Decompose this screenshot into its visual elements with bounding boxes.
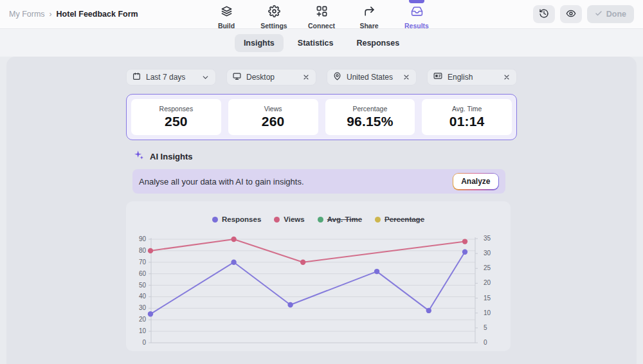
done-label: Done	[606, 10, 626, 19]
language-filter[interactable]: English	[427, 69, 517, 86]
tab-statistics[interactable]: Statistics	[289, 34, 343, 52]
legend-dot	[274, 217, 280, 223]
stat-value: 01:14	[449, 114, 485, 129]
ai-insights-header: AI Insights	[134, 150, 517, 163]
check-icon	[595, 10, 602, 19]
page-background: Last 7 days Desktop	[0, 57, 643, 364]
svg-text:40: 40	[139, 293, 147, 300]
svg-text:80: 80	[139, 247, 147, 254]
svg-text:5: 5	[484, 324, 487, 331]
legend-label: Views	[284, 215, 304, 223]
done-button[interactable]: Done	[587, 5, 634, 23]
date-range-filter[interactable]: Last 7 days	[126, 69, 216, 86]
svg-text:10: 10	[139, 327, 147, 334]
svg-text:20: 20	[484, 279, 491, 286]
legend-dot	[212, 217, 218, 223]
tab-responses[interactable]: Responses	[347, 34, 408, 52]
stat-value: 96.15%	[347, 114, 393, 129]
calendar-icon	[132, 71, 141, 83]
filter-label: English	[448, 73, 498, 82]
svg-text:15: 15	[484, 295, 491, 302]
close-icon[interactable]	[403, 73, 410, 81]
stat-value: 250	[165, 114, 188, 129]
device-filter[interactable]: Desktop	[226, 69, 316, 86]
close-icon[interactable]	[503, 73, 511, 81]
monitor-icon	[233, 71, 241, 83]
page-title: Hotel Feedback Form	[57, 10, 138, 19]
stat-card-views: Views 260	[228, 99, 318, 135]
stat-label: Views	[264, 105, 282, 113]
active-nav-indicator	[409, 0, 424, 3]
chevron-down-icon[interactable]	[201, 73, 210, 82]
legend-item-views[interactable]: Views	[274, 215, 304, 223]
ai-banner-text: Analyse all your data with AI to gain in…	[139, 177, 453, 187]
filter-label: Last 7 days	[146, 73, 196, 82]
insights-chart-card: Responses Views Avg. Time Percentage	[126, 201, 511, 351]
svg-text:30: 30	[484, 250, 491, 257]
top-bar: My Forms › Hotel Feedback Form Build Set…	[0, 0, 643, 29]
svg-text:20: 20	[139, 316, 147, 323]
line-chart: 010203040506070809005101520253035	[126, 201, 511, 351]
stat-label: Responses	[159, 105, 194, 113]
breadcrumb-my-forms[interactable]: My Forms	[9, 10, 45, 19]
nav-item-connect[interactable]: Connect	[305, 0, 338, 29]
svg-text:35: 35	[484, 235, 491, 242]
location-pin-icon	[333, 71, 341, 83]
breadcrumb: My Forms › Hotel Feedback Form	[9, 10, 138, 19]
svg-text:0: 0	[484, 339, 487, 346]
svg-text:60: 60	[139, 270, 147, 277]
stats-summary: Responses 250 Views 260 Percentage 96.15…	[126, 94, 517, 140]
svg-text:0: 0	[142, 339, 146, 346]
preview-button[interactable]	[560, 5, 582, 23]
analyze-button[interactable]: Analyze	[453, 174, 498, 189]
legend-dot	[375, 217, 381, 223]
nav-label: Settings	[260, 22, 287, 30]
svg-text:30: 30	[139, 304, 147, 311]
close-icon[interactable]	[302, 73, 310, 81]
header-actions: Done	[533, 5, 634, 23]
ai-banner: Analyse all your data with AI to gain in…	[132, 169, 505, 194]
history-icon	[539, 8, 549, 21]
nav-label: Build	[218, 22, 235, 30]
top-nav: Build Settings Connect Share Results	[210, 0, 433, 29]
svg-text:70: 70	[139, 259, 147, 266]
nav-label: Connect	[308, 22, 335, 30]
svg-text:90: 90	[139, 235, 147, 242]
insights-panel: Last 7 days Desktop	[6, 57, 637, 364]
filter-label: United States	[347, 73, 397, 82]
language-card-icon	[433, 71, 442, 83]
tab-insights[interactable]: Insights	[235, 34, 284, 52]
legend-item-responses[interactable]: Responses	[212, 215, 261, 223]
ai-insights-title: AI Insights	[150, 152, 192, 161]
nav-item-settings[interactable]: Settings	[257, 0, 291, 29]
country-filter[interactable]: United States	[327, 69, 417, 86]
svg-text:10: 10	[484, 309, 491, 316]
stat-card-responses: Responses 250	[131, 99, 221, 135]
svg-text:50: 50	[139, 282, 147, 289]
breadcrumb-separator: ›	[50, 10, 52, 19]
nav-item-results[interactable]: Results	[400, 0, 433, 29]
results-tabs: Insights Statistics Responses	[0, 29, 643, 57]
legend-item-percentage[interactable]: Percentage	[375, 215, 424, 223]
legend-label: Avg. Time	[327, 215, 362, 223]
nav-item-build[interactable]: Build	[210, 0, 243, 29]
legend-label: Responses	[222, 215, 261, 223]
stat-card-percentage: Percentage 96.15%	[325, 99, 415, 135]
nav-label: Share	[359, 22, 378, 30]
integrations-grid-icon	[316, 5, 328, 20]
analyze-button-border: Analyze	[453, 173, 499, 190]
stat-label: Avg. Time	[452, 105, 482, 113]
legend-item-avg-time[interactable]: Avg. Time	[318, 215, 362, 223]
stat-label: Percentage	[353, 105, 388, 113]
filter-label: Desktop	[246, 73, 297, 82]
nav-label: Results	[404, 22, 429, 30]
eye-icon	[566, 8, 576, 21]
stat-value: 260	[262, 114, 285, 129]
nav-item-share[interactable]: Share	[352, 0, 386, 29]
inbox-icon	[411, 5, 423, 20]
legend-label: Percentage	[385, 215, 424, 223]
stat-card-avg-time: Avg. Time 01:14	[422, 99, 512, 135]
svg-text:25: 25	[484, 264, 491, 271]
history-button[interactable]	[533, 5, 555, 23]
share-arrow-icon	[363, 5, 376, 20]
